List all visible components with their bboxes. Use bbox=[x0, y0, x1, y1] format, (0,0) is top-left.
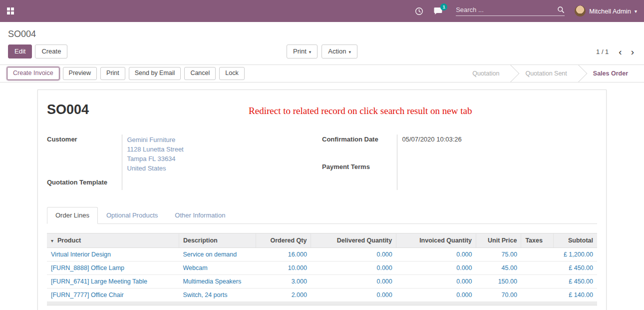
quotation-template-field-row: Quotation Template bbox=[47, 178, 322, 190]
control-panel-left: Edit Create bbox=[8, 44, 67, 58]
col-product-header[interactable]: Product bbox=[57, 237, 81, 244]
col-ordered-qty-header[interactable]: Ordered Qty bbox=[256, 233, 311, 248]
ordered-qty-cell: 10.000 bbox=[256, 261, 311, 274]
subtotal-cell: £ 1,200.00 bbox=[554, 248, 597, 261]
order-line-row[interactable]: [FURN_7777] Office Chair Switch, 24 port… bbox=[47, 288, 597, 302]
page-title: SO004 bbox=[47, 102, 89, 118]
invoiced-qty-cell: 0.000 bbox=[396, 248, 476, 261]
apps-grid-dot bbox=[11, 8, 14, 10]
customer-city: Tampa FL 33634 bbox=[127, 154, 322, 164]
unit-price-cell: 70.00 bbox=[476, 288, 521, 302]
product-cell[interactable]: [FURN_6741] Large Meeting Table bbox=[47, 274, 179, 288]
payment-terms-value[interactable] bbox=[397, 162, 597, 190]
col-unit-price-header[interactable]: Unit Price bbox=[476, 233, 521, 248]
product-cell[interactable]: [FURN_8888] Office Lamp bbox=[47, 261, 179, 274]
tab-order-lines[interactable]: Order Lines bbox=[47, 207, 98, 224]
description-cell: Webcam bbox=[179, 261, 256, 274]
apps-menu-icon[interactable] bbox=[7, 8, 14, 14]
send-by-email-button[interactable]: Send by Email bbox=[129, 67, 181, 80]
customer-name[interactable]: Gemini Furniture bbox=[127, 136, 322, 145]
sheet-title-row: SO004 Redirect to related record on clic… bbox=[47, 102, 597, 118]
tab-other-information[interactable]: Other Information bbox=[166, 207, 234, 224]
user-name: Mitchell Admin bbox=[589, 8, 631, 15]
tab-optional-products[interactable]: Optional Products bbox=[98, 207, 166, 224]
activities-clock-icon[interactable] bbox=[415, 7, 423, 16]
create-invoice-button[interactable]: Create Invoice bbox=[7, 67, 59, 80]
status-sales-order[interactable]: Sales Order bbox=[580, 65, 641, 82]
notebook-tabs: Order Lines Optional Products Other Info… bbox=[47, 207, 597, 224]
top-navbar: 1 Mitchell Admin ▾ bbox=[0, 0, 644, 22]
order-line-row[interactable]: [FURN_6741] Large Meeting Table Multimed… bbox=[47, 274, 597, 288]
search-input[interactable] bbox=[456, 6, 557, 14]
pager-previous-button[interactable]: ‹ bbox=[617, 47, 624, 56]
col-taxes-header[interactable]: Taxes bbox=[521, 233, 554, 248]
messages-badge: 1 bbox=[440, 4, 447, 10]
statusbar-states: Quotation Quotation Sent Sales Order bbox=[459, 65, 644, 82]
customer-street: 1128 Lunetta Street bbox=[127, 145, 322, 154]
ordered-qty-cell: 16.000 bbox=[256, 248, 311, 261]
product-cell[interactable]: Virtual Interior Design bbox=[47, 248, 179, 261]
control-panel-center: Print▾ Action▾ bbox=[287, 44, 357, 58]
edit-button[interactable]: Edit bbox=[8, 44, 32, 58]
user-menu[interactable]: Mitchell Admin ▾ bbox=[575, 6, 637, 16]
annotation-note: Redirect to related record on click sear… bbox=[249, 106, 472, 116]
customer-label: Customer bbox=[47, 134, 122, 177]
action-menu-label: Action bbox=[328, 48, 346, 55]
preview-button[interactable]: Preview bbox=[63, 67, 97, 80]
apps-grid-dot bbox=[11, 12, 14, 14]
product-cell[interactable]: [FURN_7777] Office Chair bbox=[47, 288, 179, 302]
delivered-qty-cell: 0.000 bbox=[311, 274, 396, 288]
create-button[interactable]: Create bbox=[35, 44, 67, 58]
quotation-template-label: Quotation Template bbox=[47, 178, 122, 190]
lock-button[interactable]: Lock bbox=[219, 67, 244, 80]
col-subtotal-header[interactable]: Subtotal bbox=[554, 233, 597, 248]
description-cell: Multimedia Speakers bbox=[179, 274, 256, 288]
confirmation-date-field-row: Confirmation Date 05/07/2020 10:03:26 bbox=[322, 134, 597, 162]
cancel-button[interactable]: Cancel bbox=[184, 67, 216, 80]
apps-grid-dot bbox=[7, 12, 10, 14]
statusbar: Create Invoice Preview Print Send by Ema… bbox=[0, 64, 644, 82]
delivered-qty-cell: 0.000 bbox=[311, 261, 396, 274]
taxes-cell bbox=[521, 288, 554, 302]
search-icon[interactable] bbox=[557, 6, 565, 14]
field-groups: Customer Gemini Furniture 1128 Lunetta S… bbox=[47, 134, 597, 190]
quotation-template-value[interactable] bbox=[122, 178, 322, 190]
invoiced-qty-cell: 0.000 bbox=[396, 274, 476, 288]
print-button[interactable]: Print bbox=[100, 67, 125, 80]
pager: 1 / 1 ‹ › bbox=[596, 47, 636, 56]
left-field-group: Customer Gemini Furniture 1128 Lunetta S… bbox=[47, 134, 322, 190]
unit-price-cell: 75.00 bbox=[476, 248, 521, 261]
messages-icon[interactable]: 1 bbox=[433, 7, 443, 15]
invoiced-qty-cell: 0.000 bbox=[396, 261, 476, 274]
chevron-down-icon: ▾ bbox=[309, 50, 312, 54]
col-delivered-qty-header[interactable]: Delivered Quantity bbox=[311, 233, 396, 248]
order-line-row[interactable]: [FURN_8888] Office Lamp Webcam 10.000 0.… bbox=[47, 261, 597, 274]
avatar bbox=[575, 6, 586, 16]
control-panel: Edit Create Print▾ Action▾ 1 / 1 ‹ › bbox=[0, 42, 644, 64]
confirmation-date-value: 05/07/2020 10:03:26 bbox=[397, 134, 597, 162]
customer-link[interactable]: Gemini Furniture 1128 Lunetta Street Tam… bbox=[127, 136, 322, 173]
delivered-qty-cell: 0.000 bbox=[311, 288, 396, 302]
print-menu-button[interactable]: Print▾ bbox=[287, 44, 318, 58]
payment-terms-label: Payment Terms bbox=[322, 162, 397, 190]
confirmation-date-label: Confirmation Date bbox=[322, 134, 397, 162]
form-sheet: SO004 Redirect to related record on clic… bbox=[37, 90, 607, 310]
delivered-qty-cell: 0.000 bbox=[311, 248, 396, 261]
col-description-header[interactable]: Description bbox=[179, 233, 256, 248]
order-line-row[interactable]: Virtual Interior Design Service on deman… bbox=[47, 248, 597, 261]
search-box bbox=[456, 6, 565, 16]
breadcrumb-record-title: SO004 bbox=[8, 29, 36, 39]
status-quotation[interactable]: Quotation bbox=[459, 65, 512, 82]
taxes-cell bbox=[521, 248, 554, 261]
navbar-systray: 1 Mitchell Admin ▾ bbox=[415, 6, 637, 16]
apps-grid-dot bbox=[7, 8, 10, 10]
unit-price-cell: 150.00 bbox=[476, 274, 521, 288]
ordered-qty-cell: 2.000 bbox=[256, 288, 311, 302]
status-quotation-sent[interactable]: Quotation Sent bbox=[512, 65, 580, 82]
subtotal-cell: £ 450.00 bbox=[554, 261, 597, 274]
col-invoiced-qty-header[interactable]: Invoiced Quantity bbox=[396, 233, 476, 248]
pager-next-button[interactable]: › bbox=[629, 47, 636, 56]
subtotal-cell: £ 450.00 bbox=[554, 274, 597, 288]
action-menu-button[interactable]: Action▾ bbox=[322, 44, 357, 58]
expand-caret-icon[interactable]: ▾ bbox=[51, 238, 53, 244]
